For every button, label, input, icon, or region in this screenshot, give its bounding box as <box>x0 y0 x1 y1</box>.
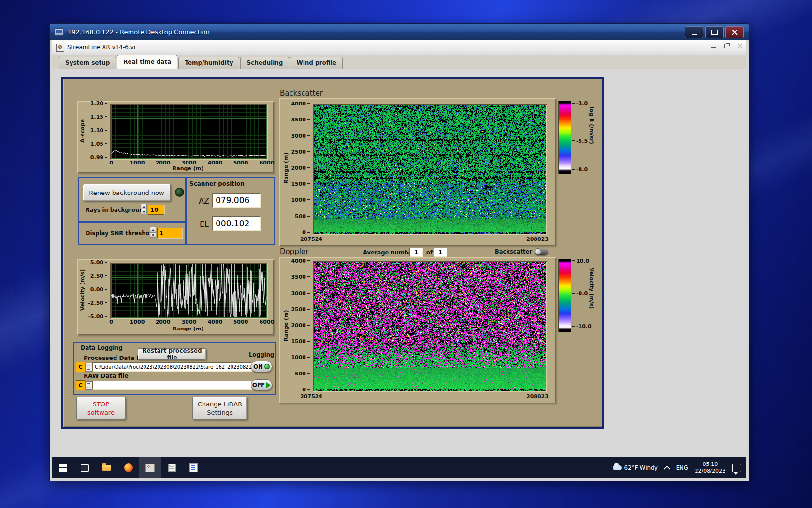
processed-path-field[interactable]: C:\Lidar\Data\Proc\2023\202308\20230822\… <box>92 362 252 372</box>
weather-text: 62°F Windy <box>624 464 658 471</box>
az-label: AZ <box>199 196 209 206</box>
rdp-minimize-button[interactable] <box>685 26 703 38</box>
show-hidden-icons-chevron[interactable] <box>664 465 670 472</box>
backscatter-colorbar <box>558 101 571 174</box>
backscatter-graph: Range (m) 4000 3500 3000 2500 2000 1500 … <box>279 98 556 246</box>
rdp-window: 192.168.0.122 - Remote Desktop Connectio… <box>49 23 749 481</box>
off-arrow-icon <box>266 382 271 388</box>
rdp-maximize-button[interactable] <box>705 26 724 38</box>
taskbar-weather[interactable]: 62°F Windy <box>613 464 658 471</box>
clock-time: 05:10 <box>695 461 725 468</box>
raw-drive-letter[interactable]: C <box>76 380 85 390</box>
streamline-app-button[interactable] <box>139 457 161 478</box>
backscatter-ytick: 2000 <box>289 165 310 171</box>
folder-icon <box>102 465 111 471</box>
renew-background-button[interactable]: Renew background now <box>83 184 171 201</box>
main-panel: A-scope 1.20 1.15 1.10 1.05 0.99 0 1000 … <box>61 77 604 429</box>
snr-spinner[interactable]: ▲ ▼ <box>150 227 156 238</box>
rdp-close-button[interactable] <box>725 26 744 38</box>
change-lidar-settings-button[interactable]: Change LiDAR Settings <box>192 397 247 420</box>
raw-path-browse-icon[interactable] <box>85 381 92 390</box>
stop-software-button[interactable]: STOP software <box>76 397 126 420</box>
change-line1: Change LiDAR <box>198 400 242 408</box>
on-label: ON <box>253 363 263 370</box>
maximize-icon <box>711 30 718 35</box>
snr-value-field[interactable]: 1 <box>157 228 182 238</box>
doppler-graph: Range (m) 4000 3500 3000 2500 2000 1500 … <box>279 257 556 403</box>
doppler-xend: 208023 <box>526 393 549 400</box>
velocity-ytick: 0.00 <box>86 286 107 293</box>
rays-spinner[interactable]: ▲ ▼ <box>141 204 147 214</box>
rays-value-field[interactable]: 10 <box>148 205 164 215</box>
desktop: 192.168.0.122 - Remote Desktop Connectio… <box>0 0 812 508</box>
backscatter-display-toggle[interactable] <box>535 249 548 255</box>
velocity-xtick: 2000 <box>152 319 174 325</box>
firefox-icon <box>124 463 133 472</box>
scan-scheduler-app-button[interactable]: Scansched <box>161 457 183 478</box>
tab-real-time-data[interactable]: Real time data <box>117 55 177 69</box>
app-window-title: StreamLine XR v14-6.vi <box>67 44 135 51</box>
backscatter-colorbar-label: log B (/m/sr) <box>588 107 594 144</box>
velocity-ytick: -2.50 <box>86 300 107 306</box>
notification-center-icon[interactable] <box>732 464 741 472</box>
rdp-titlebar[interactable]: 192.168.0.122 - Remote Desktop Connectio… <box>50 24 749 40</box>
velocity-graph: Velocity (m/s) 5.00 2.50 0.00 -2.50 -5.0… <box>77 259 274 335</box>
doppler-ytick: 3500 <box>289 274 310 280</box>
on-led-icon <box>264 364 270 369</box>
stop-line2: software <box>87 408 115 417</box>
rdp-window-title: 192.168.0.122 - Remote Desktop Connectio… <box>68 29 210 36</box>
doppler-cbtick: -0.0 <box>572 290 588 297</box>
backscatter-ytick: 1000 <box>289 197 310 203</box>
doppler-cbtick: -10.0 <box>572 323 592 329</box>
restart-processed-file-button[interactable]: Restart processed file <box>138 348 206 360</box>
stop-line1: STOP <box>93 400 109 408</box>
spinner-up-icon[interactable]: ▲ <box>141 204 147 209</box>
spinner-down-icon[interactable]: ▼ <box>141 209 147 214</box>
taskbar-clock[interactable]: 05:10 22/08/2023 <box>695 461 725 475</box>
spinner-up-icon[interactable]: ▲ <box>150 227 156 232</box>
document-app-button[interactable] <box>183 457 204 478</box>
off-label: OFF <box>252 382 265 388</box>
app-minimize-icon[interactable] <box>711 47 716 48</box>
task-view-button[interactable] <box>74 457 96 478</box>
processed-logging-on-button[interactable]: ON <box>251 361 272 372</box>
average-total-field[interactable]: 1 <box>434 248 447 257</box>
front-panel-background: A-scope 1.20 1.15 1.10 1.05 0.99 0 1000 … <box>52 69 746 457</box>
language-indicator[interactable]: ENG <box>676 464 688 471</box>
scan-scheduler-app-icon: Scansched <box>168 464 176 472</box>
ascope-ytick: 1.05 <box>86 141 107 147</box>
velocity-xtick: 6000 <box>256 319 277 325</box>
tab-temp-humidity[interactable]: Temp/humidity <box>178 57 239 69</box>
backscatter-cbtick: -5.5 <box>572 138 588 144</box>
app-restore-icon[interactable] <box>724 44 729 48</box>
velocity-ytick: 5.00 <box>86 259 107 266</box>
streamline-app-icon <box>145 464 155 472</box>
renew-status-led <box>175 188 184 197</box>
tab-scheduling[interactable]: Scheduling <box>240 57 289 69</box>
tab-system-setup[interactable]: System setup <box>59 57 116 69</box>
backscatter-heatmap-canvas <box>314 105 546 234</box>
ascope-ylabel: A-scope <box>79 104 86 158</box>
raw-logging-off-button[interactable]: OFF <box>251 379 272 390</box>
firefox-button[interactable] <box>117 457 139 478</box>
velocity-plot-canvas <box>111 264 267 318</box>
spinner-down-icon[interactable]: ▼ <box>150 232 156 238</box>
minimize-icon <box>692 34 697 35</box>
backscatter-ytick: 0 <box>289 229 310 236</box>
file-explorer-button[interactable] <box>96 457 117 478</box>
start-button[interactable] <box>52 457 74 478</box>
processed-path-browse-icon[interactable] <box>85 363 92 372</box>
app-titlebar[interactable]: StreamLine XR v14-6.vi <box>52 40 746 55</box>
raw-path-field[interactable] <box>92 381 252 390</box>
app-close-icon[interactable] <box>737 43 742 48</box>
backscatter-xstart: 207524 <box>300 236 322 242</box>
processed-drive-letter[interactable]: C <box>76 362 85 372</box>
average-number-field[interactable]: 1 <box>409 248 423 257</box>
tab-wind-profile[interactable]: Wind profile <box>290 57 343 69</box>
document-app-icon <box>189 463 198 472</box>
close-icon <box>732 30 738 35</box>
doppler-ytick: 1500 <box>289 338 310 344</box>
backscatter-cbtick: -8.0 <box>572 166 588 173</box>
backscatter-xend: 208023 <box>526 236 549 242</box>
background-controls-box: Renew background now Rays in background … <box>78 177 187 223</box>
